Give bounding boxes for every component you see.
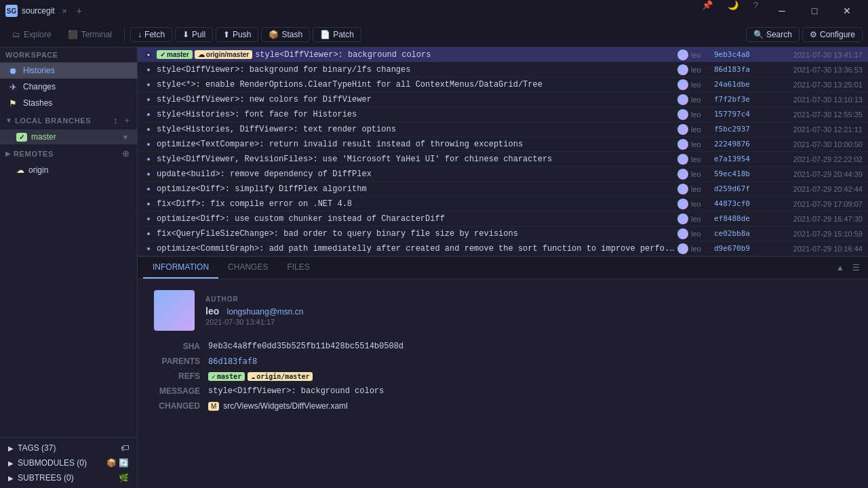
local-branches-chevron: ▼: [5, 117, 12, 124]
stashes-icon: ⚑: [8, 98, 18, 108]
commit-row[interactable]: style<Histories, DiffViewer>: text rende…: [138, 122, 868, 137]
commit-dot: [146, 186, 151, 192]
nav-up-icon[interactable]: ▲: [833, 260, 847, 275]
avatar-image: [677, 124, 688, 135]
commit-avatar: [677, 169, 688, 180]
expand-icon: ▶: [8, 445, 14, 452]
tags-item[interactable]: ▶ TAGS (37) 🏷: [0, 441, 137, 455]
remotes-section[interactable]: ▶ REMOTES ⊕: [0, 144, 137, 163]
commit-list[interactable]: ✓ master☁ origin/masterstyle<DiffViewer>…: [138, 47, 868, 257]
title-add-icon[interactable]: +: [77, 5, 82, 16]
commit-hash: e7a13954: [714, 155, 762, 163]
app-icon: SG: [5, 5, 18, 17]
avatar-image: [677, 139, 688, 150]
avatar-image: [677, 64, 688, 75]
commit-message: fix<Diff>: fix compile error on .NET 4.8: [157, 199, 675, 209]
nav-down-icon[interactable]: ☰: [850, 260, 863, 275]
commit-row[interactable]: style<*>: enable RenderOptions.ClearType…: [138, 77, 868, 92]
commit-message: optimize<CommitGraph>: add path immediat…: [157, 244, 675, 253]
commit-row[interactable]: update<build>: remove dependency of Diff…: [138, 167, 868, 182]
fetch-icon: ↓: [138, 30, 142, 39]
fetch-button[interactable]: ↓ Fetch: [130, 27, 172, 42]
titlebar: SG sourcegit ✕ + 📌 🌙 ? ─ □ ✕: [0, 0, 868, 22]
commit-row[interactable]: ✓ master☁ origin/masterstyle<DiffViewer>…: [138, 47, 868, 62]
commit-date: 2021-07-29 16:47:30: [764, 215, 863, 223]
commit-row[interactable]: style<DiffViewer>: background for binary…: [138, 62, 868, 77]
commit-row[interactable]: style<DiffViewer, RevisionFiles>: use 'M…: [138, 152, 868, 167]
subtrees-item[interactable]: ▶ SUBTREES (0) 🌿: [0, 470, 137, 485]
current-branch-badge: ✓: [16, 133, 27, 142]
push-button[interactable]: ⬆ Push: [216, 27, 258, 42]
terminal-button[interactable]: ⬛ Terminal: [61, 26, 119, 43]
commit-message: optimize<TextCompare>: return invalid re…: [157, 140, 675, 149]
stash-icon: 📦: [269, 30, 279, 39]
commit-graph-col: [143, 186, 154, 192]
cloud-icon: ☁: [251, 373, 255, 380]
commit-row[interactable]: style<Histories>: font face for Historie…: [138, 107, 868, 122]
commit-row[interactable]: optimize<Diff>: simplify DiffPlex algori…: [138, 182, 868, 197]
parents-value[interactable]: 86d183faf8: [208, 357, 852, 366]
stash-button[interactable]: 📦 Stash: [261, 27, 310, 42]
commit-hash: 9eb3c4a8: [714, 50, 762, 59]
submodule-refresh-icon[interactable]: 🔄: [119, 458, 129, 468]
avatar-image: [677, 109, 688, 120]
commit-row[interactable]: fix<Diff>: fix compile error on .NET 4.8…: [138, 197, 868, 211]
title-close-icon[interactable]: ✕: [62, 7, 67, 15]
search-button[interactable]: 🔍 Search: [746, 27, 800, 42]
commit-avatar: [677, 79, 688, 90]
commit-dot: [146, 231, 151, 237]
commit-avatar: [677, 243, 688, 254]
sidebar-item-stashes[interactable]: ⚑ Stashes: [0, 95, 137, 111]
commit-date: 2021-07-29 20:44:39: [764, 170, 863, 178]
tab-information[interactable]: INFORMATION: [143, 257, 218, 279]
close-button[interactable]: ✕: [831, 0, 863, 22]
app-title: sourcegit: [22, 6, 55, 16]
remote-item-origin[interactable]: ☁ origin: [0, 163, 137, 178]
badge-check-icon: ✓: [160, 51, 165, 58]
branch-item-master[interactable]: ✓ master ▼: [0, 129, 137, 144]
toolbar: 🗂 Explore ⬛ Terminal ↓ Fetch ⬇ Pull ⬆ Pu…: [0, 22, 868, 47]
detail-panel: INFORMATION CHANGES FILES ▲ ☰ AUTHOR leo: [138, 257, 868, 488]
add-branch-button[interactable]: +: [122, 115, 132, 126]
submodules-item[interactable]: ▶ SUBMODULES (0) 📦 🔄: [0, 455, 137, 470]
commit-row[interactable]: optimize<CommitGraph>: add path immediat…: [138, 241, 868, 256]
help-icon[interactable]: ?: [747, 0, 765, 22]
sidebar-item-histories[interactable]: ⏺ Histories: [0, 62, 137, 79]
commit-author: leo: [691, 185, 711, 193]
fetch-branches-button[interactable]: ↕: [111, 115, 120, 126]
refs-value: ✓ master ☁ origin/master: [208, 371, 852, 381]
tags-icon: 🏷: [121, 443, 129, 453]
main-layout: WORKSPACE ⏺ Histories ✈ Changes ⚑ Stashe…: [0, 47, 868, 488]
subtree-icon[interactable]: 🌿: [119, 473, 129, 483]
explore-button[interactable]: 🗂 Explore: [5, 26, 58, 43]
configure-button[interactable]: ⚙ Configure: [802, 27, 863, 42]
pull-button[interactable]: ⬇ Pull: [175, 27, 213, 42]
submodule-add-icon[interactable]: 📦: [106, 458, 117, 468]
commit-message: style<DiffViewer>: new colors for DiffVi…: [157, 95, 675, 104]
commit-date: 2021-07-30 13:41:17: [764, 51, 863, 59]
theme-icon[interactable]: 🌙: [721, 0, 745, 22]
commit-hash: ef8488de: [714, 214, 762, 223]
author-info: AUTHOR leo longshuang@msn.cn 2021-07-30 …: [205, 296, 304, 326]
avatar-image: [677, 94, 688, 105]
commit-row[interactable]: style<DiffViewer>: new colors for DiffVi…: [138, 92, 868, 107]
sidebar-item-changes[interactable]: ✈ Changes: [0, 79, 137, 95]
commit-message: style<DiffViewer>: background for binary…: [157, 65, 675, 75]
subtrees-expand-icon: ▶: [8, 474, 14, 482]
minimize-button[interactable]: ─: [766, 0, 797, 22]
sha-value: 9eb3c4a8ffe0dd35b525fb11b428bc5514b0508d: [208, 342, 852, 351]
commit-hash: 86d183fa: [714, 65, 762, 74]
tab-changes[interactable]: CHANGES: [218, 257, 277, 279]
tab-files[interactable]: FILES: [277, 257, 319, 279]
maximize-button[interactable]: □: [799, 0, 830, 22]
detail-nav-arrows: ▲ ☰: [833, 260, 863, 275]
commit-row[interactable]: optimize<TextCompare>: return invalid re…: [138, 137, 868, 152]
patch-button[interactable]: 📄 Patch: [313, 27, 361, 42]
commit-message: style<Histories>: font face for Historie…: [157, 110, 675, 119]
local-branches-section[interactable]: ▼ LOCAL BRANCHES ↕ +: [0, 111, 137, 129]
commit-row[interactable]: fix<QueryFileSizeChange>: bad order to q…: [138, 226, 868, 241]
commit-row[interactable]: optimize<Diff>: use custom chunker inste…: [138, 211, 868, 226]
commit-graph-col: [143, 231, 154, 237]
workspace-section[interactable]: WORKSPACE: [0, 47, 137, 62]
add-remote-button[interactable]: ⊕: [120, 148, 132, 159]
